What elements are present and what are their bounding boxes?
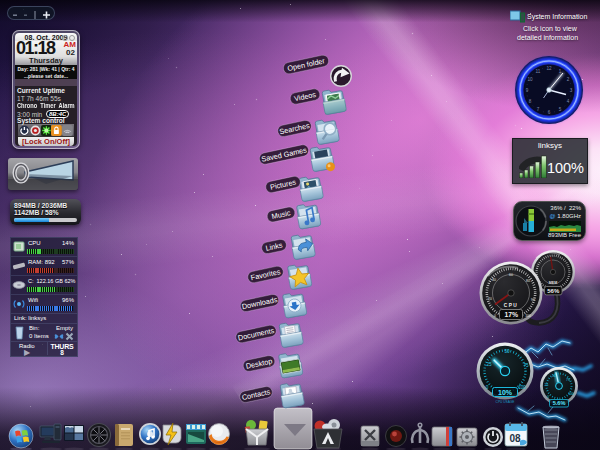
svg-text:50: 50 <box>504 349 510 354</box>
svg-text:2: 2 <box>567 77 570 82</box>
svg-text:10: 10 <box>527 77 533 82</box>
svg-text:12: 12 <box>546 66 552 71</box>
svg-text:10%: 10% <box>498 389 513 396</box>
svg-text:Saved Games: Saved Games <box>260 145 307 163</box>
svg-text:7: 7 <box>537 107 540 112</box>
svg-text:20: 20 <box>488 297 492 301</box>
svg-text:60: 60 <box>509 273 513 277</box>
svg-text:11: 11 <box>536 69 541 74</box>
svg-text:56%: 56% <box>547 288 560 294</box>
svg-text:25: 25 <box>545 383 549 387</box>
svg-text:5: 5 <box>559 107 562 112</box>
svg-text:90: 90 <box>531 298 535 302</box>
svg-text:0: 0 <box>547 395 549 399</box>
svg-text:17%: 17% <box>504 311 518 318</box>
svg-text:MEM: MEM <box>549 281 557 285</box>
svg-text:0: 0 <box>486 385 489 390</box>
svg-text:100: 100 <box>518 385 526 390</box>
svg-text:0: 0 <box>494 314 496 318</box>
svg-text:9: 9 <box>526 88 529 93</box>
svg-text:25: 25 <box>486 362 492 367</box>
svg-text:100: 100 <box>525 314 531 318</box>
svg-text:08: 08 <box>509 433 521 444</box>
svg-text:75: 75 <box>523 363 529 368</box>
svg-text:1: 1 <box>559 69 562 74</box>
svg-text:40: 40 <box>492 278 496 282</box>
svg-text:3: 3 <box>570 88 573 93</box>
svg-text:75: 75 <box>566 378 570 382</box>
svg-text:80: 80 <box>526 279 530 283</box>
svg-text:CPU: CPU <box>504 303 518 308</box>
svg-text:8: 8 <box>529 99 532 104</box>
svg-text:6: 6 <box>548 110 551 115</box>
svg-text:100: 100 <box>568 392 574 396</box>
svg-text:CPU USAGE: CPU USAGE <box>496 400 515 404</box>
svg-text:4: 4 <box>567 99 570 104</box>
